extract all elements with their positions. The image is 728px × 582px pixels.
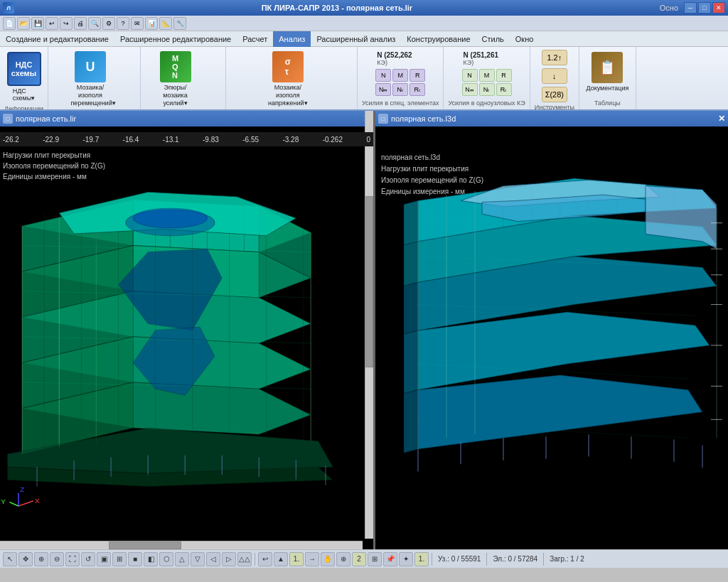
bt-move[interactable]: ✥ xyxy=(18,552,33,566)
menu-extended-analysis[interactable]: Расширенный анализ xyxy=(311,31,401,47)
left-h-scrollbar[interactable] xyxy=(0,541,363,549)
left-v-scrollbar[interactable] xyxy=(365,111,373,539)
right-panel-close[interactable]: ✕ xyxy=(718,114,725,124)
r2-btn[interactable]: R xyxy=(496,69,512,82)
scale-val-1: -22.9 xyxy=(43,136,59,144)
menu-extended-edit[interactable]: Расширенное редактирование xyxy=(114,31,237,47)
menu-create[interactable]: Создание и редактирование xyxy=(0,31,114,47)
qa-open[interactable]: 📂 xyxy=(17,17,30,30)
qa-zoom[interactable]: 🔍 xyxy=(88,17,101,30)
menu-analysis[interactable]: Анализ xyxy=(273,31,311,47)
bt-zoom-in[interactable]: ⊕ xyxy=(34,552,48,566)
bt-r2[interactable]: ▲ xyxy=(274,552,288,566)
menu-construction[interactable]: Конструирование xyxy=(401,31,476,47)
menu-style[interactable]: Стиль xyxy=(476,31,510,47)
menu-bar: Создание и редактирование Расширенное ре… xyxy=(0,31,728,47)
qa-btn5[interactable]: ✉ xyxy=(131,17,144,30)
bt-r11[interactable]: 1. xyxy=(414,552,429,566)
n2-btn[interactable]: N xyxy=(462,69,478,82)
bt-r5[interactable]: ✋ xyxy=(321,552,335,566)
qa-settings[interactable]: ⚙ xyxy=(102,17,115,30)
left-panel-icon: □ xyxy=(3,114,13,124)
m1-btn[interactable]: M xyxy=(392,69,408,82)
elem-label: Эл.: xyxy=(493,555,505,563)
svg-marker-76 xyxy=(404,330,418,394)
scale-val-8: -0.262 xyxy=(323,136,343,144)
qa-redo[interactable]: ↪ xyxy=(60,17,73,30)
bt-front[interactable]: △ xyxy=(175,552,189,566)
qa-undo[interactable]: ↩ xyxy=(46,17,58,30)
n1t-btn[interactable]: Nₜ xyxy=(392,83,408,96)
qa-new[interactable]: 📄 xyxy=(3,17,16,30)
m2r-btn[interactable]: M xyxy=(479,69,495,82)
qa-help[interactable]: ? xyxy=(117,17,129,30)
right-panel: □ полярная сеть.l3d ✕ полярная сеть.l3d … xyxy=(375,111,728,549)
scale-val-3: -16.4 xyxy=(123,136,139,144)
scale-down-btn[interactable]: ↓ xyxy=(542,68,567,84)
minimize-button[interactable]: ─ xyxy=(684,2,697,14)
menu-window[interactable]: Окно xyxy=(510,31,540,47)
bt-select[interactable]: ↖ xyxy=(3,552,17,566)
qa-btn8[interactable]: 🔧 xyxy=(173,17,186,30)
left-h-scrollbar-thumb[interactable] xyxy=(109,541,181,549)
nds-icon: НДСсхемы xyxy=(7,52,41,86)
right-panel-info: полярная сеть.l3d Нагрузки плит перекрыт… xyxy=(381,152,483,198)
n2t-btn[interactable]: Nₜ xyxy=(479,83,495,96)
right-panel-icon: □ xyxy=(378,114,388,124)
bt-r10[interactable]: ✦ xyxy=(399,552,413,566)
load-value: 1 / 2 xyxy=(570,555,584,563)
bt-shade[interactable]: ◧ xyxy=(144,552,158,566)
menu-calc[interactable]: Расчет xyxy=(237,31,273,47)
bt-back[interactable]: ▽ xyxy=(191,552,205,566)
bt-right[interactable]: ▷ xyxy=(222,552,236,566)
bt-r4[interactable]: → xyxy=(305,552,319,566)
bt-r7[interactable]: 2 xyxy=(352,552,366,566)
elem-value: 0 / 57284 xyxy=(508,555,537,563)
mozaika-btn[interactable]: U Мозаика/изополяперемещений▾ xyxy=(70,50,112,108)
bt-solid[interactable]: ■ xyxy=(128,552,142,566)
left-v-scrollbar-thumb[interactable] xyxy=(365,196,373,367)
close-button[interactable]: ✕ xyxy=(712,2,725,14)
node-value: 0 / 55591 xyxy=(451,555,481,563)
bt-r9[interactable]: 📌 xyxy=(383,552,397,566)
bt-rotate[interactable]: ↺ xyxy=(81,552,95,566)
nds-scheme-button[interactable]: НДСсхемы НДСсхемы▾ xyxy=(4,50,43,104)
n1r-btn[interactable]: Rₜ xyxy=(410,83,425,96)
ribbon: НДСсхемы НДСсхемы▾ Деформации U Мозаика/… xyxy=(0,47,728,111)
sigma-btn[interactable]: Σ(28) xyxy=(542,87,567,102)
bt-top[interactable]: △△ xyxy=(237,552,252,566)
scale-up-btn[interactable]: 1.2↑ xyxy=(542,50,567,65)
n-252-btn[interactable]: N (252,262 КЭ) xyxy=(375,50,413,68)
bt-zoom-out[interactable]: ⊖ xyxy=(50,552,64,566)
n1-btn[interactable]: N xyxy=(375,69,391,82)
bt-select2[interactable]: ▣ xyxy=(97,552,111,566)
svg-point-51 xyxy=(133,208,207,228)
load-label: Загр.: xyxy=(550,555,568,563)
bt-r1[interactable]: ↩ xyxy=(258,552,272,566)
bt-r8[interactable]: ⊞ xyxy=(368,552,382,566)
maximize-button[interactable]: □ xyxy=(698,2,711,14)
scale-val-6: -6.55 xyxy=(242,136,259,144)
bt-r3[interactable]: 1. xyxy=(289,552,304,566)
scale-bar: -26.2 -22.9 -19.7 -16.4 -13.1 -9.83 -6.5… xyxy=(0,132,373,146)
ribbon-group-napr: στ Мозаика/изополянапряжений▾ Mₓ Mᵧ Qₓ M… xyxy=(226,47,358,109)
n1m-btn[interactable]: Nₘ xyxy=(375,83,391,96)
bt-left[interactable]: ◁ xyxy=(206,552,220,566)
n2r-btn[interactable]: Rₜ xyxy=(496,83,512,96)
bt-wire[interactable]: ⊞ xyxy=(112,552,127,566)
left-panel-info: Нагрузки плит перекрытия Изополя перемещ… xyxy=(3,150,105,182)
bt-zoom-fit[interactable]: ⛶ xyxy=(65,552,80,566)
r1-btn[interactable]: R xyxy=(410,69,425,82)
qa-print[interactable]: 🖨 xyxy=(74,17,87,30)
n-251-btn[interactable]: N (251,261 КЭ) xyxy=(462,50,500,68)
qa-save[interactable]: 💾 xyxy=(31,17,44,30)
qa-btn6[interactable]: 📊 xyxy=(145,17,158,30)
qa-btn7[interactable]: 📐 xyxy=(159,17,172,30)
bt-iso[interactable]: ⬡ xyxy=(159,552,173,566)
napr-btn[interactable]: στ Мозаика/изополянапряжений▾ xyxy=(267,50,309,108)
n2m-btn[interactable]: Nₘ xyxy=(462,83,478,96)
left-3d-viz[interactable]: X Z Y xyxy=(0,148,363,539)
epury-btn[interactable]: MQN Эпюры/мозаикаусилий▾ xyxy=(159,50,193,108)
bt-r6[interactable]: ⊕ xyxy=(336,552,350,566)
doc-btn[interactable]: 📋 Документация xyxy=(584,50,631,94)
